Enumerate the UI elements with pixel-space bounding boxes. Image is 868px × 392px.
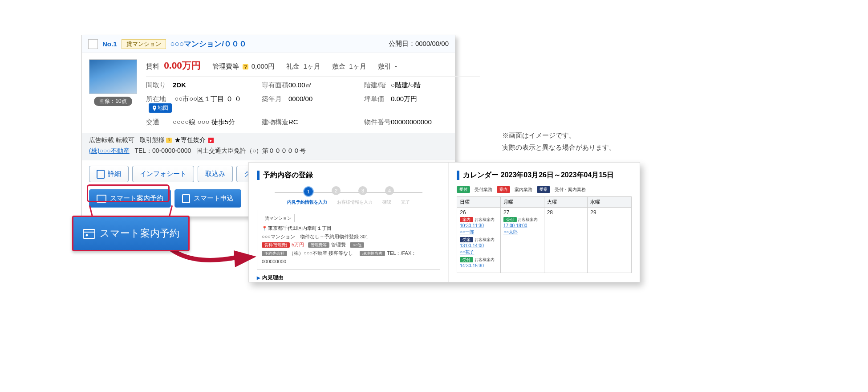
detail-button[interactable]: 詳細 [89, 166, 129, 182]
calendar-icon [83, 228, 95, 239]
calendar-event-link[interactable]: 14:30-15:30 [460, 263, 498, 269]
thumbnail-wrap: 画像：10点 [89, 59, 137, 127]
listing-footer: 広告転載 転載可 取引態様 ? ★専任媒介 ▸ (株)○○○不動産 TEL：00… [82, 133, 455, 160]
pin-icon [152, 106, 157, 111]
calendar-header: 日曜 月曜 火曜 水曜 [457, 196, 632, 208]
document-icon [97, 169, 105, 179]
step-3: 3 [358, 186, 367, 195]
calendar-title: カレンダー 2023年03月26日～2023年04月15日 [457, 171, 632, 180]
listing-header: No.1 賃マンション ○○○マンション/０００ 公開日：0000/00/00 [82, 35, 455, 53]
document-icon [182, 193, 191, 204]
svg-point-1 [85, 234, 88, 237]
step-1: 1 [303, 186, 314, 197]
calendar-cell[interactable]: 28 [544, 208, 588, 273]
calendar-event-link[interactable]: 17:00-18:00 [503, 223, 541, 229]
detail-grid: 間取り2DK 専有面積00.00㎡ 階建/階○階建/○階 所在地 ○○市○○区１… [146, 81, 480, 127]
select-checkbox[interactable] [88, 39, 98, 49]
listing-number: No.1 [102, 40, 117, 48]
company-link[interactable]: (株)○○○不動産 [89, 147, 130, 154]
calendar-row: 26案内 お客様案内10:30-11:30○○一郎受案 お客様案内13:00-1… [457, 208, 632, 273]
property-photo[interactable] [89, 59, 137, 94]
step-4: 4 [385, 186, 394, 195]
listing-body: 画像：10点 賃料 0.00万円 管理費等 ? 0,000円 礼金 1ヶ月 敷金… [82, 53, 455, 127]
flag-icon: ▸ [208, 138, 214, 143]
step-labels: 内見予約情報を入力 お客様情報を入力 確認 完了 [257, 199, 440, 205]
step-2: 2 [332, 186, 341, 195]
section-reason: 内見理由 [257, 274, 440, 282]
booking-summary-box: 賃マンション 東京都千代田区内幸町１丁目 ○○○マンション 物件なし→予約用物件… [257, 210, 440, 270]
property-type-tag: 賃マンション [122, 39, 166, 49]
booking-title: 予約内容の登録 [257, 171, 440, 180]
calendar-event-link[interactable]: 13:00-14:00 [460, 243, 498, 249]
calendar-icon [97, 194, 107, 203]
published-date: 公開日：0000/00/00 [389, 40, 449, 48]
booking-panel: 予約内容の登録 1 2 3 4 内見予約情報を入力 お客様情報を入力 確認 完了… [249, 163, 449, 282]
calendar-cell[interactable]: 26案内 お客様案内10:30-11:30○○一郎受案 お客様案内13:00-1… [457, 208, 501, 273]
smart-apply-button[interactable]: スマート申込 [174, 189, 241, 208]
calendar-event-link[interactable]: 10:30-11:30 [460, 223, 498, 229]
import-button[interactable]: 取込み [198, 166, 233, 182]
disclaimer-note: ※画面はイメージです。 実際の表示と異なる場合があります。 [502, 129, 616, 153]
help-icon[interactable]: ? [243, 64, 248, 69]
infosheet-button[interactable]: インフォシート [132, 166, 194, 182]
price-row: 賃料 0.00万円 管理費等 ? 0,000円 礼金 1ヶ月 敷金 1ヶ月 敷引… [146, 59, 480, 72]
callout-smart-reserve[interactable]: スマート案内予約 [72, 216, 190, 251]
svg-rect-0 [83, 229, 95, 238]
image-count-badge: 画像：10点 [94, 97, 132, 106]
property-name: ○○○マンション/０００ [170, 39, 247, 49]
rent-value: 0.00万円 [164, 60, 201, 70]
help-icon[interactable]: ? [166, 138, 171, 143]
calendar-cell[interactable]: 29 [588, 208, 631, 273]
step-indicator: 1 2 3 4 [257, 186, 440, 197]
map-button[interactable]: 地図 [149, 103, 172, 113]
popup-panels: 予約内容の登録 1 2 3 4 内見予約情報を入力 お客様情報を入力 確認 完了… [248, 162, 640, 282]
calendar-panel: カレンダー 2023年03月26日～2023年04月15日 受付受付業務 案内案… [449, 163, 640, 282]
smart-reserve-button[interactable]: スマート案内予約 [89, 189, 171, 208]
calendar-cell[interactable]: 27受付 お客様案内17:00-18:00○○太郎 [501, 208, 544, 273]
listing-info: 賃料 0.00万円 管理費等 ? 0,000円 礼金 1ヶ月 敷金 1ヶ月 敷引… [146, 59, 480, 127]
calendar-legend: 受付受付業務 案内案内業務 受案受付・案内業務 [457, 186, 632, 193]
